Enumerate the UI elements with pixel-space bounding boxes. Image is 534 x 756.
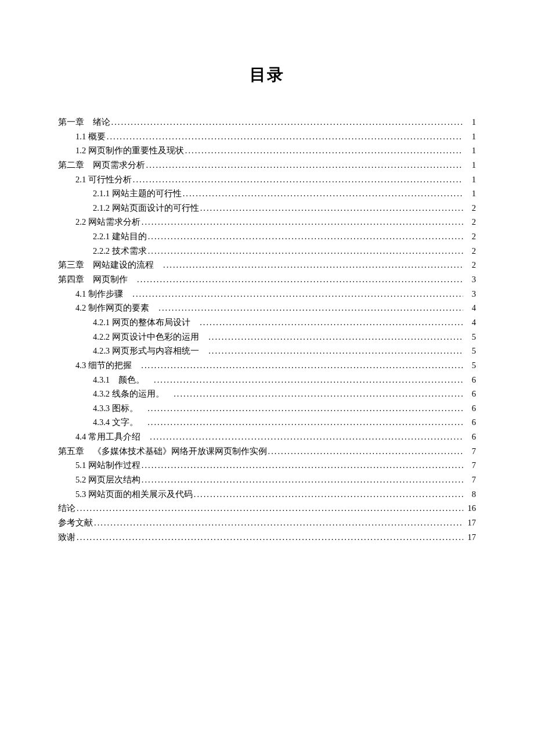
- toc-entry: 4.3.4 文字。 6: [58, 415, 476, 430]
- toc-entry: 4.3.2 线条的运用。 6: [58, 387, 476, 401]
- toc-label: 4.3.4 文字。: [93, 415, 146, 430]
- toc-page-number: 4: [464, 315, 476, 330]
- toc-entry: 1.1 概要 1: [58, 129, 476, 144]
- toc-entry: 4.2.3 网页形式与内容相统一 5: [58, 344, 476, 358]
- toc-leader-dots: [142, 458, 463, 473]
- toc-page-number: 2: [464, 201, 476, 215]
- toc-label: 2.2.2 技术需求: [93, 244, 147, 258]
- toc-page-number: 1: [464, 172, 476, 187]
- toc-leader-dots: [148, 244, 463, 258]
- toc-entry: 2.1.2 网站页面设计的可行性 2: [58, 201, 476, 215]
- toc-leader-dots: [132, 287, 463, 301]
- toc-entry: 5.3 网站页面的相关展示及代码 8: [58, 487, 476, 502]
- toc-entry: 5.2 网页层次结构 7: [58, 473, 476, 487]
- toc-label: 1.1 概要: [75, 129, 106, 144]
- toc-entry: 第四章 网页制作 3: [58, 272, 476, 287]
- toc-label: 4.4 常用工具介绍: [75, 430, 149, 444]
- toc-leader-dots: [148, 229, 463, 244]
- toc-label: 5.2 网页层次结构: [75, 473, 140, 487]
- toc-leader-dots: [154, 373, 463, 387]
- toc-leader-dots: [208, 344, 463, 358]
- toc-entry: 4.3.3 图标。 6: [58, 401, 476, 416]
- toc-entry: 4.2.2 网页设计中色彩的运用 5: [58, 330, 476, 344]
- toc-label: 第五章 《多媒体技术基础》网络开放课网页制作实例: [58, 444, 267, 459]
- toc-label: 第一章 绪论: [58, 115, 110, 129]
- toc-leader-dots: [174, 387, 463, 401]
- toc-label: 第四章 网页制作: [58, 272, 136, 287]
- toc-entry: 4.3 细节的把握 5: [58, 358, 476, 373]
- toc-page-number: 1: [464, 143, 476, 158]
- toc-entry: 4.1 制作步骤 3: [58, 287, 476, 301]
- toc-label: 4.3.1 颜色。: [93, 373, 153, 387]
- toc-page-number: 17: [464, 516, 476, 530]
- toc-label: 第三章 网站建设的流程: [58, 258, 162, 272]
- toc-page-number: 3: [464, 287, 476, 301]
- toc-leader-dots: [183, 186, 463, 201]
- toc-leader-dots: [268, 444, 464, 459]
- toc-page-number: 7: [464, 473, 476, 487]
- toc-page-number: 2: [464, 244, 476, 258]
- toc-entry: 参考文献 17: [58, 516, 476, 530]
- toc-entry: 2.2 网站需求分析 2: [58, 215, 476, 229]
- toc-label: 4.3.3 图标。: [93, 401, 146, 416]
- toc-leader-dots: [142, 215, 463, 229]
- page-title: 目录: [58, 64, 476, 86]
- toc-leader-dots: [200, 201, 463, 215]
- toc-entry: 第五章 《多媒体技术基础》网络开放课网页制作实例 7: [58, 444, 476, 459]
- toc-label: 第二章 网页需求分析: [58, 158, 145, 172]
- toc-label: 2.1.2 网站页面设计的可行性: [93, 201, 199, 215]
- toc-entry: 4.3.1 颜色。 6: [58, 373, 476, 387]
- toc-leader-dots: [208, 330, 463, 344]
- toc-leader-dots: [150, 430, 463, 444]
- toc-entry: 2.2.1 建站目的 2: [58, 229, 476, 244]
- toc-page-number: 17: [464, 530, 476, 545]
- toc-entry: 5.1 网站制作过程 7: [58, 458, 476, 473]
- toc-label: 结论: [58, 501, 75, 516]
- toc-page-number: 1: [464, 186, 476, 201]
- toc-label: 1.2 网页制作的重要性及现状: [75, 143, 184, 158]
- toc-label: 参考文献: [58, 516, 93, 530]
- toc-leader-dots: [111, 115, 464, 129]
- toc-leader-dots: [141, 358, 463, 373]
- toc-leader-dots: [147, 401, 463, 416]
- toc-label: 2.2 网站需求分析: [75, 215, 140, 229]
- toc-leader-dots: [137, 272, 463, 287]
- toc-entry: 4.2 制作网页的要素 4: [58, 301, 476, 315]
- toc-entry: 1.2 网页制作的重要性及现状 1: [58, 143, 476, 158]
- toc-entry: 2.2.2 技术需求 2: [58, 244, 476, 258]
- toc-page-number: 6: [464, 401, 476, 416]
- toc-entry: 致谢 17: [58, 530, 476, 545]
- toc-label: 5.3 网站页面的相关展示及代码: [75, 487, 193, 502]
- toc-leader-dots: [158, 301, 463, 315]
- toc-label: 2.2.1 建站目的: [93, 229, 147, 244]
- toc-entry: 第一章 绪论 1: [58, 115, 476, 129]
- toc-leader-dots: [147, 415, 463, 430]
- toc-label: 2.1.1 网站主题的可行性: [93, 186, 182, 201]
- toc-entry: 2.1 可行性分析 1: [58, 172, 476, 187]
- toc-page-number: 6: [464, 430, 476, 444]
- toc-page-number: 16: [464, 501, 476, 516]
- toc-leader-dots: [163, 258, 463, 272]
- toc-label: 4.2.1 网页的整体布局设计: [93, 315, 199, 330]
- toc-label: 4.2 制作网页的要素: [75, 301, 157, 315]
- toc-entry: 第三章 网站建设的流程 2: [58, 258, 476, 272]
- toc-entry: 4.2.1 网页的整体布局设计 4: [58, 315, 476, 330]
- toc-leader-dots: [107, 129, 463, 144]
- toc-entry: 4.4 常用工具介绍 6: [58, 430, 476, 444]
- toc-page-number: 5: [464, 358, 476, 373]
- toc-leader-dots: [194, 487, 463, 502]
- toc-page-number: 2: [464, 258, 476, 272]
- toc-leader-dots: [77, 501, 463, 516]
- toc-page-number: 5: [464, 330, 476, 344]
- toc-leader-dots: [133, 172, 463, 187]
- toc-page-number: 7: [464, 444, 476, 459]
- toc-label: 4.2.2 网页设计中色彩的运用: [93, 330, 207, 344]
- toc-page-number: 2: [464, 229, 476, 244]
- toc-page-number: 4: [464, 301, 476, 315]
- toc-page-number: 1: [464, 158, 476, 172]
- toc-leader-dots: [185, 143, 463, 158]
- table-of-contents: 第一章 绪论 11.1 概要 11.2 网页制作的重要性及现状 1第二章 网页需…: [58, 115, 476, 544]
- toc-leader-dots: [200, 315, 463, 330]
- toc-page-number: 7: [464, 458, 476, 473]
- toc-label: 4.3 细节的把握: [75, 358, 140, 373]
